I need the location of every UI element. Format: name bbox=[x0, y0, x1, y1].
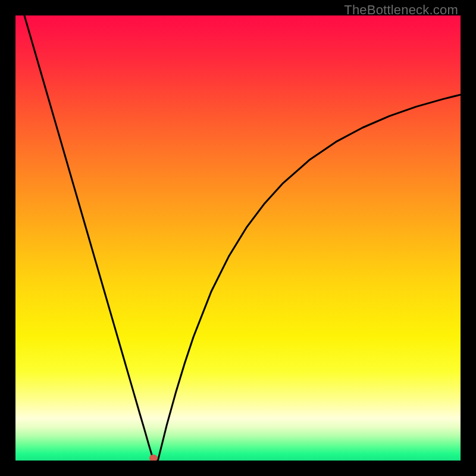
chart-frame bbox=[15, 15, 461, 461]
watermark-label: TheBottleneck.com bbox=[344, 2, 458, 18]
bottleneck-chart bbox=[15, 15, 461, 461]
chart-background bbox=[15, 15, 461, 461]
